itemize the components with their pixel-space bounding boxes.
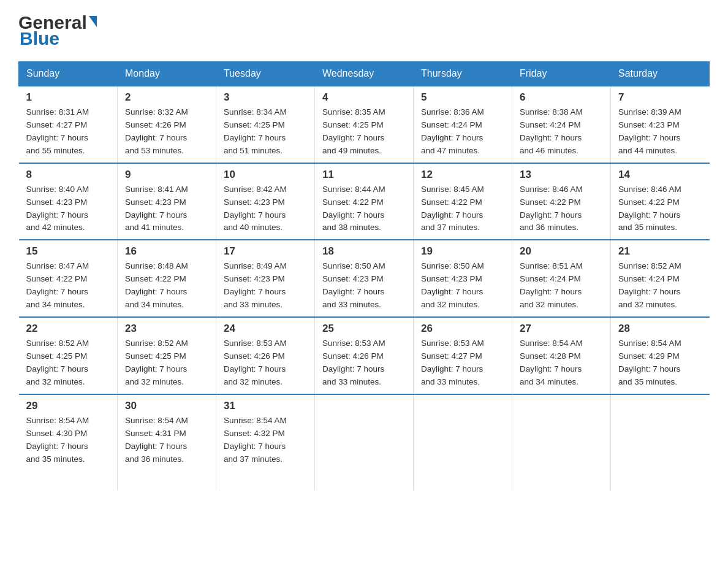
day-info: Sunrise: 8:40 AMSunset: 4:23 PMDaylight:… [26,183,110,235]
calendar-cell: 17Sunrise: 8:49 AMSunset: 4:23 PMDayligh… [216,240,315,317]
day-info: Sunrise: 8:46 AMSunset: 4:22 PMDaylight:… [520,183,603,235]
day-number: 30 [125,400,208,412]
calendar-cell: 25Sunrise: 8:53 AMSunset: 4:26 PMDayligh… [315,317,414,394]
calendar-cell [512,394,611,491]
day-number: 15 [26,245,110,258]
day-number: 8 [26,169,110,181]
calendar-week-1: 1Sunrise: 8:31 AMSunset: 4:27 PMDaylight… [19,86,710,163]
calendar-header-row: SundayMondayTuesdayWednesdayThursdayFrid… [19,62,710,86]
calendar-cell: 29Sunrise: 8:54 AMSunset: 4:30 PMDayligh… [19,394,118,491]
calendar-cell [611,394,710,491]
day-info: Sunrise: 8:53 AMSunset: 4:27 PMDaylight:… [421,337,504,389]
day-info: Sunrise: 8:46 AMSunset: 4:22 PMDaylight:… [618,183,702,235]
calendar-week-4: 22Sunrise: 8:52 AMSunset: 4:25 PMDayligh… [19,317,710,394]
header-thursday: Thursday [414,62,512,86]
day-info: Sunrise: 8:35 AMSunset: 4:25 PMDaylight:… [322,106,406,158]
day-number: 20 [520,245,603,258]
calendar-cell: 5Sunrise: 8:36 AMSunset: 4:24 PMDaylight… [414,86,512,163]
day-number: 12 [421,169,504,181]
day-info: Sunrise: 8:54 AMSunset: 4:29 PMDaylight:… [618,337,702,389]
calendar-cell: 23Sunrise: 8:52 AMSunset: 4:25 PMDayligh… [118,317,216,394]
calendar-cell [315,394,414,491]
day-number: 14 [618,169,702,181]
day-info: Sunrise: 8:41 AMSunset: 4:23 PMDaylight:… [125,183,208,235]
day-info: Sunrise: 8:36 AMSunset: 4:24 PMDaylight:… [421,106,504,158]
calendar-week-5: 29Sunrise: 8:54 AMSunset: 4:30 PMDayligh… [19,394,710,491]
calendar-cell: 6Sunrise: 8:38 AMSunset: 4:24 PMDaylight… [512,86,611,163]
calendar-cell: 18Sunrise: 8:50 AMSunset: 4:23 PMDayligh… [315,240,414,317]
day-info: Sunrise: 8:53 AMSunset: 4:26 PMDaylight:… [224,337,307,389]
day-info: Sunrise: 8:53 AMSunset: 4:26 PMDaylight:… [322,337,406,389]
day-info: Sunrise: 8:52 AMSunset: 4:24 PMDaylight:… [618,260,702,312]
calendar-cell: 8Sunrise: 8:40 AMSunset: 4:23 PMDaylight… [19,163,118,240]
day-info: Sunrise: 8:34 AMSunset: 4:25 PMDaylight:… [224,106,307,158]
day-number: 24 [224,323,307,335]
day-number: 29 [26,400,110,412]
day-number: 7 [618,91,702,104]
day-info: Sunrise: 8:39 AMSunset: 4:23 PMDaylight:… [618,106,702,158]
day-number: 16 [125,245,208,258]
day-number: 31 [224,400,307,412]
calendar-cell: 7Sunrise: 8:39 AMSunset: 4:23 PMDaylight… [611,86,710,163]
calendar-cell: 1Sunrise: 8:31 AMSunset: 4:27 PMDaylight… [19,86,118,163]
day-number: 6 [520,91,603,104]
calendar-cell: 31Sunrise: 8:54 AMSunset: 4:32 PMDayligh… [216,394,315,491]
day-number: 9 [125,169,208,181]
day-number: 25 [322,323,406,335]
calendar-cell: 10Sunrise: 8:42 AMSunset: 4:23 PMDayligh… [216,163,315,240]
day-number: 21 [618,245,702,258]
calendar-cell: 9Sunrise: 8:41 AMSunset: 4:23 PMDaylight… [118,163,216,240]
day-info: Sunrise: 8:50 AMSunset: 4:23 PMDaylight:… [322,260,406,312]
calendar-cell: 27Sunrise: 8:54 AMSunset: 4:28 PMDayligh… [512,317,611,394]
day-info: Sunrise: 8:52 AMSunset: 4:25 PMDaylight:… [125,337,208,389]
day-number: 27 [520,323,603,335]
day-info: Sunrise: 8:48 AMSunset: 4:22 PMDaylight:… [125,260,208,312]
day-number: 23 [125,323,208,335]
calendar-cell: 16Sunrise: 8:48 AMSunset: 4:22 PMDayligh… [118,240,216,317]
calendar-table: SundayMondayTuesdayWednesdayThursdayFrid… [18,61,710,490]
day-info: Sunrise: 8:54 AMSunset: 4:28 PMDaylight:… [520,337,603,389]
day-number: 5 [421,91,504,104]
calendar-cell: 21Sunrise: 8:52 AMSunset: 4:24 PMDayligh… [611,240,710,317]
header-friday: Friday [512,62,611,86]
day-info: Sunrise: 8:54 AMSunset: 4:31 PMDaylight:… [125,415,208,466]
day-info: Sunrise: 8:32 AMSunset: 4:26 PMDaylight:… [125,106,208,158]
day-number: 22 [26,323,110,335]
calendar-cell: 26Sunrise: 8:53 AMSunset: 4:27 PMDayligh… [414,317,512,394]
calendar-cell: 24Sunrise: 8:53 AMSunset: 4:26 PMDayligh… [216,317,315,394]
day-number: 18 [322,245,406,258]
day-info: Sunrise: 8:31 AMSunset: 4:27 PMDaylight:… [26,106,110,158]
logo-arrow-icon [89,16,97,27]
day-info: Sunrise: 8:54 AMSunset: 4:30 PMDaylight:… [26,415,110,466]
day-info: Sunrise: 8:47 AMSunset: 4:22 PMDaylight:… [26,260,110,312]
day-info: Sunrise: 8:49 AMSunset: 4:23 PMDaylight:… [224,260,307,312]
day-number: 28 [618,323,702,335]
calendar-cell: 30Sunrise: 8:54 AMSunset: 4:31 PMDayligh… [118,394,216,491]
day-number: 1 [26,91,110,104]
calendar-cell: 3Sunrise: 8:34 AMSunset: 4:25 PMDaylight… [216,86,315,163]
day-number: 3 [224,91,307,104]
calendar-cell: 4Sunrise: 8:35 AMSunset: 4:25 PMDaylight… [315,86,414,163]
header-tuesday: Tuesday [216,62,315,86]
day-info: Sunrise: 8:45 AMSunset: 4:22 PMDaylight:… [421,183,504,235]
calendar-cell: 15Sunrise: 8:47 AMSunset: 4:22 PMDayligh… [19,240,118,317]
header-sunday: Sunday [19,62,118,86]
calendar-cell: 19Sunrise: 8:50 AMSunset: 4:23 PMDayligh… [414,240,512,317]
day-number: 13 [520,169,603,181]
day-number: 4 [322,91,406,104]
calendar-week-2: 8Sunrise: 8:40 AMSunset: 4:23 PMDaylight… [19,163,710,240]
day-info: Sunrise: 8:44 AMSunset: 4:22 PMDaylight:… [322,183,406,235]
day-info: Sunrise: 8:54 AMSunset: 4:32 PMDaylight:… [224,415,307,466]
logo: General Blue [18,12,97,49]
day-info: Sunrise: 8:50 AMSunset: 4:23 PMDaylight:… [421,260,504,312]
calendar-cell: 20Sunrise: 8:51 AMSunset: 4:24 PMDayligh… [512,240,611,317]
header-saturday: Saturday [611,62,710,86]
day-info: Sunrise: 8:52 AMSunset: 4:25 PMDaylight:… [26,337,110,389]
day-number: 26 [421,323,504,335]
calendar-cell [414,394,512,491]
calendar-cell: 12Sunrise: 8:45 AMSunset: 4:22 PMDayligh… [414,163,512,240]
day-info: Sunrise: 8:42 AMSunset: 4:23 PMDaylight:… [224,183,307,235]
day-number: 10 [224,169,307,181]
logo-blue-text: Blue [20,28,59,49]
calendar-cell: 2Sunrise: 8:32 AMSunset: 4:26 PMDaylight… [118,86,216,163]
